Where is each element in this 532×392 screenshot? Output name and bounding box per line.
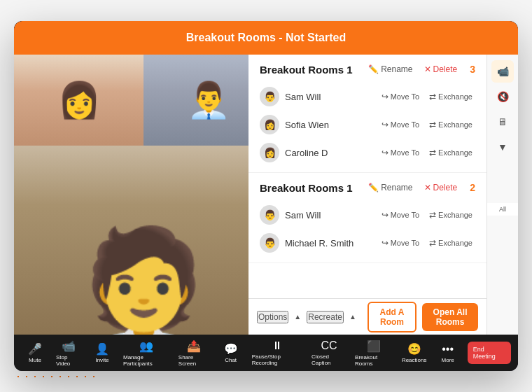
record-icon: ⏸ — [272, 340, 283, 352]
right-sidebar: 📹 🔇 🖥 ▼ — [486, 55, 518, 343]
participant-row-sofia: 👩 Sofia Wien ↪ Move To ⇄ Exchange — [260, 111, 475, 139]
recreate-chevron-icon: ▲ — [349, 313, 356, 321]
arrow-right-icon-2: ↪ — [382, 210, 388, 220]
exchange-icon: ⇄ — [429, 92, 436, 102]
pencil-icon-2: ✏️ — [368, 183, 379, 192]
arrow-right-icon-michael: ↪ — [382, 238, 388, 248]
exchange-sam-2[interactable]: ⇄ Exchange — [426, 209, 475, 221]
room-section-2: Breakout Rooms 1 ✏️ Rename ✕ Delete 2 👨 … — [248, 173, 486, 263]
reactions-icon: 😊 — [407, 342, 421, 356]
participant-row-michael: 👨 Michael R. Smith ↪ Move To ⇄ Exchange — [260, 229, 475, 257]
move-to-michael[interactable]: ↪ Move To — [379, 237, 422, 249]
all-participants-btn[interactable]: All — [486, 203, 518, 216]
invite-btn[interactable]: 👤 Invite — [88, 340, 116, 366]
room-title-2: Breakout Rooms 1 — [260, 182, 365, 194]
x-icon: ✕ — [424, 64, 431, 74]
rename-btn-2[interactable]: ✏️ Rename — [365, 181, 415, 194]
panel-bottom-bar: Options ▲ Recreate ▲ Add A Room Open All… — [248, 298, 486, 335]
actions-caroline: ↪ Move To ⇄ Exchange — [379, 146, 475, 159]
participants-icon: 👥 — [139, 340, 153, 353]
thumbnails-row: 👩 👨‍💼 — [14, 55, 273, 146]
end-meeting-btn[interactable]: End Meeting — [468, 342, 511, 364]
mic-off-icon: 🔇 — [497, 91, 509, 102]
share-icon: 📤 — [187, 340, 201, 353]
recreate-button[interactable]: Recreate — [307, 311, 344, 323]
participant-row-sam-2: 👨 Sam Will ↪ Move To ⇄ Exchange — [260, 201, 475, 229]
avatar-caroline: 👩 — [260, 143, 279, 162]
participant-row-sam-1: 👨 Sam Will ↪ Move To ⇄ Exchange — [260, 83, 475, 111]
room-actions-1: ✏️ Rename ✕ Delete 3 — [365, 63, 475, 76]
video-camera-icon: 📹 — [497, 66, 509, 77]
video-icon: 📹 — [62, 340, 76, 353]
participants-btn[interactable]: 👥 Manage Participants — [122, 337, 172, 370]
avatar-michael: 👨 — [260, 233, 279, 253]
exchange-icon-caroline: ⇄ — [429, 148, 436, 158]
actions-sam-1: ↪ Move To ⇄ Exchange — [379, 90, 475, 103]
actions-sam-2: ↪ Move To ⇄ Exchange — [379, 209, 475, 221]
name-caroline: Caroline D — [285, 148, 373, 158]
room-header-2: Breakout Rooms 1 ✏️ Rename ✕ Delete 2 — [260, 181, 475, 194]
actions-sofia: ↪ Move To ⇄ Exchange — [379, 118, 475, 131]
move-to-caroline[interactable]: ↪ Move To — [379, 146, 422, 159]
breakout-btn[interactable]: ⬛ Breakout Rooms — [354, 337, 395, 370]
main-video: 🧑‍💼 — [14, 146, 273, 343]
participant-row-caroline: 👩 Caroline D ↪ Move To ⇄ Exchange — [260, 139, 475, 167]
mute-btn[interactable]: 🎤 Mute — [21, 340, 49, 366]
delete-btn-1[interactable]: ✕ Delete — [421, 63, 461, 76]
room-section-1: Breakout Rooms 1 ✏️ Rename ✕ Delete 3 👨 … — [248, 55, 486, 173]
move-to-sam-1[interactable]: ↪ Move To — [379, 90, 422, 103]
more-btn[interactable]: ••• More — [434, 340, 462, 366]
exchange-icon-2: ⇄ — [429, 210, 436, 220]
invite-icon: 👤 — [95, 342, 109, 356]
add-room-button[interactable]: Add A Room — [368, 302, 416, 332]
exchange-sam-1[interactable]: ⇄ Exchange — [426, 90, 475, 103]
room-count-1: 3 — [470, 64, 475, 75]
exchange-caroline[interactable]: ⇄ Exchange — [426, 146, 475, 159]
sidebar-video-icon-btn[interactable]: 📹 — [491, 60, 514, 83]
record-btn[interactable]: ⏸ Pause/Stop Recording — [251, 337, 304, 369]
chat-btn[interactable]: 💬 Chat — [217, 340, 245, 366]
move-to-sofia[interactable]: ↪ Move To — [379, 118, 422, 131]
avatar-sofia: 👩 — [260, 115, 279, 134]
avatar-sam-1: 👨 — [260, 87, 279, 106]
move-to-sam-2[interactable]: ↪ Move To — [379, 209, 422, 221]
exchange-icon-sofia: ⇄ — [429, 120, 436, 130]
share-btn[interactable]: 📤 Share Screen — [177, 337, 211, 370]
sidebar-mic-icon-btn[interactable]: 🔇 — [491, 85, 514, 108]
name-sofia: Sofia Wien — [285, 120, 373, 130]
screen-share-icon: 🖥 — [498, 116, 507, 127]
more-icon: ••• — [442, 343, 454, 356]
delete-btn-2[interactable]: ✕ Delete — [421, 181, 461, 194]
avatar-sam-2: 👨 — [260, 205, 279, 225]
exchange-sofia[interactable]: ⇄ Exchange — [426, 118, 475, 131]
name-michael: Michael R. Smith — [285, 238, 373, 248]
arrow-right-icon: ↪ — [382, 92, 388, 102]
thumbnail-woman: 👩 — [14, 55, 144, 146]
video-btn[interactable]: 📹 Stop Video — [55, 337, 83, 370]
room-count-2: 2 — [470, 182, 475, 193]
options-chevron-icon: ▲ — [294, 313, 301, 321]
room-header-1: Breakout Rooms 1 ✏️ Rename ✕ Delete 3 — [260, 63, 475, 76]
x-icon-2: ✕ — [424, 183, 431, 192]
reactions-btn[interactable]: 😊 Reactions — [400, 340, 428, 366]
name-sam-2: Sam Will — [285, 210, 373, 220]
exchange-icon-michael: ⇄ — [429, 238, 436, 248]
exchange-michael[interactable]: ⇄ Exchange — [426, 237, 475, 249]
header-title: Breakout Rooms - Not Started — [186, 31, 346, 44]
breakout-icon: ⬛ — [367, 340, 381, 353]
caption-btn[interactable]: CC Closed Caption — [310, 337, 348, 369]
room-actions-2: ✏️ Rename ✕ Delete 2 — [365, 181, 475, 194]
actions-michael: ↪ Move To ⇄ Exchange — [379, 237, 475, 249]
main-participant-avatar: 🧑‍💼 — [65, 231, 223, 343]
chat-icon: 💬 — [224, 342, 238, 356]
chevron-down-icon: ▼ — [498, 141, 507, 153]
open-all-button[interactable]: Open All Rooms — [422, 303, 478, 331]
app-header: Breakout Rooms - Not Started — [14, 21, 518, 55]
sidebar-chevron-down[interactable]: ▼ — [491, 136, 514, 158]
options-button[interactable]: Options — [257, 311, 288, 323]
rename-btn-1[interactable]: ✏️ Rename — [365, 63, 415, 76]
name-sam-1: Sam Will — [285, 92, 373, 102]
room-title-1: Breakout Rooms 1 — [260, 64, 365, 76]
bottom-toolbar: 🎤 Mute 📹 Stop Video 👤 Invite 👥 Manage Pa… — [14, 335, 518, 371]
sidebar-screen-icon-btn[interactable]: 🖥 — [491, 111, 514, 133]
